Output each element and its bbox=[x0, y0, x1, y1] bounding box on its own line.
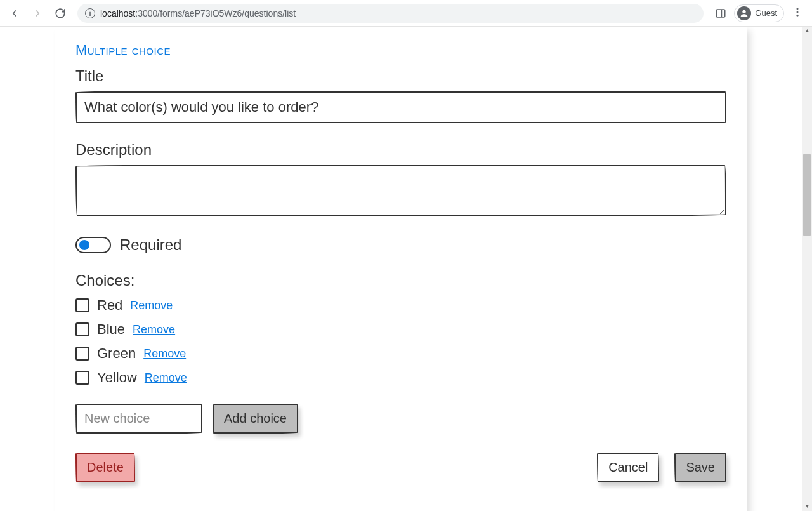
required-toggle[interactable] bbox=[75, 237, 111, 253]
page-viewport: Multiple choice Title Description Requir… bbox=[0, 27, 812, 511]
svg-point-4 bbox=[797, 11, 799, 13]
svg-point-3 bbox=[797, 8, 799, 10]
choice-label: Green bbox=[97, 345, 136, 362]
svg-rect-0 bbox=[717, 10, 726, 17]
choices-label: Choices: bbox=[75, 272, 726, 289]
remove-choice-link[interactable]: Remove bbox=[145, 371, 187, 385]
toggle-knob bbox=[79, 240, 89, 250]
choice-label: Yellow bbox=[97, 369, 137, 386]
remove-choice-link[interactable]: Remove bbox=[130, 299, 173, 312]
add-choice-button[interactable]: Add choice bbox=[213, 404, 298, 434]
choice-checkbox[interactable] bbox=[75, 322, 89, 336]
scroll-down-arrow[interactable]: ▾ bbox=[802, 502, 812, 511]
cancel-button[interactable]: Cancel bbox=[597, 453, 659, 482]
title-label: Title bbox=[75, 67, 726, 85]
profile-label: Guest bbox=[755, 8, 777, 18]
question-editor-card: Multiple choice Title Description Requir… bbox=[55, 27, 747, 511]
required-label: Required bbox=[120, 236, 181, 254]
vertical-scrollbar[interactable]: ▴ ▾ bbox=[802, 27, 812, 511]
choice-checkbox[interactable] bbox=[75, 347, 89, 361]
description-label: Description bbox=[75, 141, 726, 159]
choice-row: YellowRemove bbox=[75, 369, 726, 386]
browser-chrome: i localhost:3000/forms/aeP73iO5Wz6/quest… bbox=[0, 0, 812, 27]
choice-checkbox[interactable] bbox=[75, 298, 89, 312]
choice-label: Blue bbox=[97, 321, 125, 338]
scroll-thumb[interactable] bbox=[803, 154, 811, 236]
profile-chip[interactable]: Guest bbox=[734, 4, 784, 22]
remove-choice-link[interactable]: Remove bbox=[133, 323, 175, 336]
choice-row: GreenRemove bbox=[75, 345, 726, 362]
url-text: localhost:3000/forms/aeP73iO5Wz6/questio… bbox=[100, 8, 296, 18]
save-button[interactable]: Save bbox=[674, 453, 726, 482]
choice-label: Red bbox=[97, 297, 122, 314]
choice-row: RedRemove bbox=[75, 297, 726, 314]
choice-row: BlueRemove bbox=[75, 321, 726, 338]
side-panel-icon[interactable] bbox=[715, 8, 726, 19]
scroll-up-arrow[interactable]: ▴ bbox=[802, 27, 812, 36]
forward-button[interactable] bbox=[28, 4, 47, 23]
question-type-label: Multiple choice bbox=[75, 42, 726, 58]
reload-button[interactable] bbox=[51, 4, 70, 23]
address-bar[interactable]: i localhost:3000/forms/aeP73iO5Wz6/quest… bbox=[77, 4, 704, 23]
delete-button[interactable]: Delete bbox=[75, 453, 135, 482]
profile-avatar-icon bbox=[737, 6, 751, 20]
back-button[interactable] bbox=[5, 4, 24, 23]
svg-point-5 bbox=[797, 14, 799, 16]
browser-menu-button[interactable] bbox=[792, 6, 803, 20]
description-input[interactable] bbox=[75, 165, 726, 216]
title-input[interactable] bbox=[75, 91, 726, 123]
site-info-icon[interactable]: i bbox=[85, 8, 95, 18]
new-choice-input[interactable] bbox=[75, 404, 202, 434]
remove-choice-link[interactable]: Remove bbox=[143, 347, 186, 361]
choice-list: RedRemoveBlueRemoveGreenRemoveYellowRemo… bbox=[75, 297, 726, 386]
choice-checkbox[interactable] bbox=[75, 371, 89, 385]
svg-point-2 bbox=[743, 10, 746, 13]
